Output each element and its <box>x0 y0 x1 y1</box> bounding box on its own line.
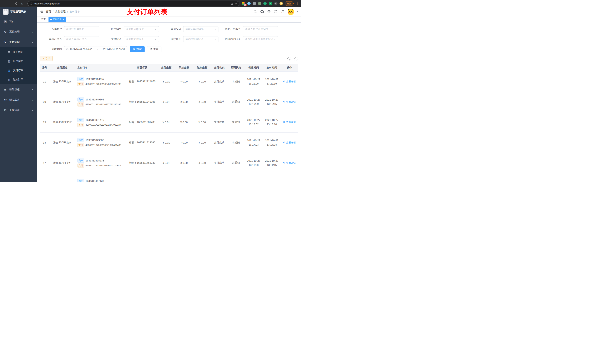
address-bar[interactable]: localhost:1024/pay/order ☆ <box>27 1 239 6</box>
apps-grid-icon: ▦ <box>7 60 11 63</box>
share-icon[interactable] <box>231 2 233 5</box>
font-size-icon[interactable]: TT <box>281 10 284 13</box>
pay-order-no: 4200001167202110271022491439 <box>86 144 121 146</box>
sidebar-item-system[interactable]: ⚙ 系统管理 ▾ <box>0 27 37 37</box>
toggle-search-button[interactable] <box>286 56 291 61</box>
github-icon[interactable] <box>260 10 264 13</box>
channel-order-no-input[interactable]: 请输入渠道订单号 <box>64 36 99 42</box>
rabbit-logo-icon <box>3 9 9 15</box>
site-info-icon[interactable] <box>30 2 32 5</box>
filter-row-1: 所属商户 请选择所属商户 应用编号 请选择应用信息 渠道编码 <box>40 26 298 32</box>
pay-status: 支付成功 <box>214 141 224 144</box>
tag-pay-order[interactable]: 支付订单 × <box>49 17 66 22</box>
extension-drop-icon[interactable] <box>247 2 251 5</box>
product-title: 标题：1635312124656 <box>129 80 155 83</box>
extension-colorful-icon[interactable]: 10 <box>242 2 245 5</box>
refund-amount: ¥ 0.00 <box>199 141 206 144</box>
field-channel-code: 渠道编码 请输入渠道编码 <box>159 26 218 32</box>
chevron-down-icon <box>274 38 276 41</box>
export-button[interactable]: 导出 <box>40 56 53 61</box>
tag-home[interactable]: 首页 <box>40 17 47 22</box>
order-target-icon: ◎ <box>7 69 11 72</box>
browser-back-icon[interactable]: ← <box>2 1 7 6</box>
pay-date: 2021-10-27 <box>264 118 280 122</box>
order-id: 21 <box>43 80 46 83</box>
view-detail-link[interactable]: 查看详情 <box>283 100 296 104</box>
breadcrumb-home[interactable]: 首页 <box>46 10 51 13</box>
refund-status-select[interactable]: 请选择退款状态 <box>183 36 218 42</box>
pay-order-line: 支付 4200001181202110277723215336 <box>77 103 126 106</box>
sidebar-item-workflow[interactable]: ⊟ 工作流程 ▾ <box>0 105 37 115</box>
breadcrumb-payment[interactable]: 支付管理 <box>55 10 65 13</box>
sidebar-item-payment[interactable]: ¥ 支付管理 ▴ <box>0 37 37 47</box>
browser-update-button[interactable]: 更新 <box>285 1 294 6</box>
sidebar-item-home[interactable]: ▣ 首页 <box>0 16 37 27</box>
product-title: 标题：1635311468233 <box>129 161 155 164</box>
browser-menu-icon[interactable]: ⋮ <box>295 2 299 5</box>
extension-olive-icon[interactable] <box>258 2 261 5</box>
browser-home-icon[interactable]: ⌂ <box>20 1 25 6</box>
browser-forward-icon[interactable]: → <box>8 1 13 6</box>
extension-pin-icon[interactable]: ✎ <box>274 2 278 5</box>
notify-status: 未通知 <box>232 161 240 164</box>
extension-chat-icon[interactable]: ❝ <box>269 2 272 5</box>
reset-button[interactable]: 重置 <box>147 46 161 52</box>
pay-channel: 微信 JSAPI 支付 <box>53 121 72 124</box>
merchant-order-line: 商户 1635311949168 <box>77 97 126 102</box>
close-icon[interactable]: × <box>63 18 64 21</box>
chevron-down-icon <box>154 38 157 41</box>
search-icon[interactable] <box>254 10 257 13</box>
view-detail-link[interactable]: 查看详情 <box>283 141 296 144</box>
sidebar-item-merchant-info[interactable]: ▤ 商户信息 <box>0 47 37 57</box>
table-row: 16 微信 JSAPI 支付 商户 1635311457136 支付 <box>40 173 298 182</box>
sidebar-item-devtools[interactable]: ⚒ 研发工具 ▾ <box>0 95 37 105</box>
merchant-tag: 商户 <box>77 138 84 142</box>
create-time-range-picker[interactable]: 2021-10-01 00:00:00 - 2021-10-31 23:59:5… <box>64 46 127 52</box>
help-icon[interactable] <box>267 10 271 13</box>
extension-gray-icon[interactable] <box>253 2 256 5</box>
field-merchant-order-no: 商户订单编号 请输入商户订单编号 <box>218 26 278 32</box>
breadcrumb: 首页 / 支付管理 / 支付订单 <box>46 10 80 13</box>
channel-code-select[interactable]: 请输入渠道编码 <box>183 26 218 32</box>
pay-time: 13:11:15 <box>264 163 280 167</box>
pay-order-no: 4200001173202110272847982104 <box>86 123 121 126</box>
merchant-order-no-input[interactable]: 请输入商户订单编号 <box>243 26 278 32</box>
extension-face-icon[interactable]: ᴥ <box>280 2 283 5</box>
screen: ← → ⌂ localhost:1024/pay/order ☆ 10 ✓ ❝ … <box>0 0 301 182</box>
pay-order-line: 支付 4200001194202110276752100612 <box>77 164 126 167</box>
order-id: 17 <box>43 161 46 165</box>
hamburger-icon[interactable] <box>40 10 43 13</box>
search-button[interactable]: 搜索 <box>130 46 145 52</box>
fee-amount: ¥ 0.00 <box>181 121 188 124</box>
view-detail-link[interactable]: 查看详情 <box>283 182 296 182</box>
sidebar-item-pay-order[interactable]: ◎ 支付订单 <box>0 66 37 75</box>
sidebar-item-refund-order[interactable]: ▥ 退款订单 <box>0 75 37 84</box>
pay-status-select[interactable]: 请选择支付状态 <box>124 36 159 42</box>
chevron-down-icon: ▾ <box>32 89 33 91</box>
refresh-button[interactable] <box>293 56 298 61</box>
fullscreen-icon[interactable] <box>274 10 278 13</box>
bookmark-star-icon[interactable]: ☆ <box>235 2 237 5</box>
avatar[interactable] <box>288 9 294 15</box>
view-detail-link[interactable]: 查看详情 <box>283 121 296 124</box>
browser-reload-icon[interactable] <box>14 1 19 6</box>
pay-time: 13:19:15 <box>264 102 280 106</box>
pay-time: 13:18:10 <box>264 122 280 126</box>
extension-check-icon[interactable]: ✓ <box>263 2 267 5</box>
merchant-input[interactable]: 请选择所属商户 <box>64 26 99 32</box>
pay-date: 2021-10-27 <box>264 77 280 82</box>
avatar-caret-icon[interactable]: ▾ <box>297 11 298 13</box>
sidebar-item-app-info[interactable]: ▦ 应用信息 <box>0 57 37 66</box>
pay-time: 13:17:08 <box>264 143 280 147</box>
notify-status-select[interactable]: 请选择订单回调商户状态 <box>243 36 278 42</box>
app-no-select[interactable]: 请选择应用信息 <box>124 26 159 32</box>
date-end: 2021-10-31 23:59:59 <box>103 48 125 51</box>
chevron-down-icon <box>214 28 216 31</box>
view-detail-link[interactable]: 查看详情 <box>283 161 296 165</box>
logo[interactable]: 芋道管理系统 <box>0 7 37 16</box>
pay-status: 支付成功 <box>214 80 224 83</box>
merchant-tag: 商户 <box>77 118 84 122</box>
sidebar-item-infra[interactable]: ⊞ 基础设施 ▾ <box>0 84 37 95</box>
notify-status: 未通知 <box>232 100 240 103</box>
view-detail-link[interactable]: 查看详情 <box>283 80 296 83</box>
